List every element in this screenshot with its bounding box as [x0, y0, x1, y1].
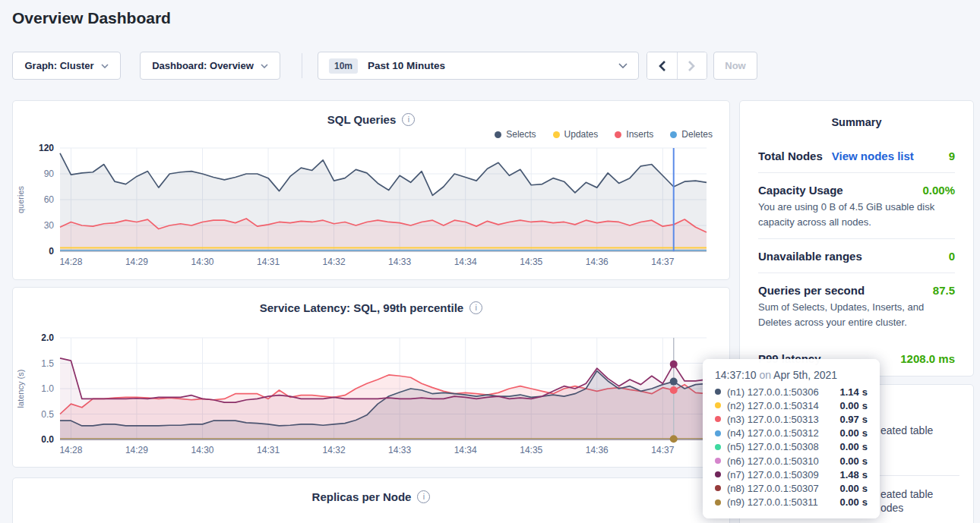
- graph-dropdown-label: Graph: Cluster: [24, 60, 93, 71]
- svg-text:120: 120: [39, 143, 54, 153]
- tooltip-row: (n9) 127.0.0.1:503110.00s: [715, 496, 868, 509]
- info-icon[interactable]: i: [469, 301, 482, 314]
- svg-text:14:30: 14:30: [191, 445, 213, 455]
- node-latency-unit: s: [862, 455, 868, 467]
- node-color-dot: [715, 416, 721, 422]
- legend-label: Deletes: [681, 129, 713, 140]
- capacity-usage-label: Capacity Usage: [758, 184, 843, 197]
- svg-text:14:30: 14:30: [191, 257, 213, 267]
- summary-card: Summary Total Nodes View nodes list 9 Ca…: [739, 100, 974, 376]
- node-latency-value: 0.00: [839, 455, 858, 467]
- summary-row-capacity: Capacity Usage 0.00%: [758, 173, 955, 200]
- svg-text:14:29: 14:29: [125, 257, 148, 267]
- info-icon[interactable]: i: [402, 113, 415, 126]
- chart-title: Replicas per Node: [312, 490, 412, 503]
- legend-dot: [615, 131, 621, 138]
- node-address: (n9) 127.0.0.1:50311: [727, 496, 818, 508]
- legend-label: Inserts: [626, 129, 653, 140]
- svg-text:1.0: 1.0: [41, 383, 54, 394]
- svg-text:30: 30: [44, 220, 55, 231]
- graph-dropdown[interactable]: Graph: Cluster: [12, 52, 121, 80]
- svg-text:0.5: 0.5: [41, 409, 54, 420]
- node-latency-unit: s: [862, 441, 868, 452]
- node-latency-unit: s: [862, 427, 868, 439]
- svg-text:0: 0: [49, 246, 54, 257]
- tooltip-row: (n1) 127.0.0.1:503061.14s: [715, 385, 868, 399]
- node-color-dot: [715, 389, 721, 395]
- node-latency-unit: s: [862, 400, 868, 411]
- unavailable-ranges-label: Unavailable ranges: [758, 250, 862, 263]
- summary-title: Summary: [758, 116, 955, 128]
- svg-text:14:35: 14:35: [520, 445, 542, 455]
- node-latency-value: 1.48: [839, 469, 858, 480]
- replicas-chart-card: Replicas per Node i: [12, 477, 730, 523]
- chevron-down-icon: [618, 63, 628, 68]
- chart-title-row: Replicas per Node i: [13, 490, 729, 503]
- controls-divider: [302, 53, 302, 78]
- node-latency-unit: s: [862, 496, 868, 508]
- page-title: Overview Dashboard: [12, 9, 171, 27]
- view-nodes-list-link[interactable]: View nodes list: [832, 150, 914, 162]
- node-latency-value: 0.00: [839, 400, 858, 411]
- svg-text:60: 60: [44, 194, 55, 205]
- svg-text:14:29: 14:29: [125, 445, 148, 455]
- node-address: (n3) 127.0.0.1:50313: [727, 414, 819, 425]
- svg-text:14:36: 14:36: [586, 257, 609, 267]
- qps-value: 87.5: [933, 284, 955, 297]
- summary-row-unavailable-ranges: Unavailable ranges 0: [758, 239, 955, 273]
- node-latency-value: 1.14: [839, 386, 858, 398]
- tooltip-row: (n4) 127.0.0.1:503120.00s: [715, 427, 868, 440]
- node-color-dot: [715, 402, 721, 408]
- service-latency-chart[interactable]: 0.00.51.01.52.014:2814:2914:3014:3114:32…: [13, 332, 729, 458]
- legend-dot: [495, 131, 501, 138]
- tooltip-timestamp: 14:37:10 on Apr 5th, 2021: [715, 369, 868, 381]
- legend-item: Updates: [553, 129, 599, 140]
- svg-text:14:32: 14:32: [323, 445, 346, 455]
- svg-text:90: 90: [44, 169, 55, 179]
- chevron-down-icon: [261, 64, 268, 68]
- tooltip-row: (n7) 127.0.0.1:503091.48s: [715, 468, 868, 481]
- sql-queries-chart-card: SQL Queries i SelectsUpdatesInsertsDelet…: [12, 100, 730, 280]
- legend-dot: [553, 131, 560, 138]
- legend-label: Selects: [506, 129, 536, 140]
- node-color-dot: [715, 430, 721, 436]
- svg-text:14:31: 14:31: [257, 445, 280, 455]
- node-address: (n5) 127.0.0.1:50308: [727, 441, 819, 452]
- svg-text:14:36: 14:36: [586, 445, 609, 455]
- time-back-button[interactable]: [647, 52, 677, 79]
- tooltip-rows: (n1) 127.0.0.1:503061.14s(n2) 127.0.0.1:…: [715, 385, 868, 509]
- node-latency-unit: s: [862, 483, 868, 494]
- info-icon[interactable]: i: [417, 490, 430, 503]
- tooltip-row: (n6) 127.0.0.1:503100.00s: [715, 454, 868, 468]
- node-address: (n1) 127.0.0.1:50306: [727, 386, 819, 398]
- now-button: Now: [713, 52, 757, 80]
- node-latency-value: 0.00: [839, 483, 858, 494]
- controls-bar: Graph: Cluster Dashboard: Overview 10m P…: [0, 52, 980, 80]
- chevron-down-icon: [101, 64, 109, 68]
- dashboard-dropdown[interactable]: Dashboard: Overview: [140, 52, 280, 80]
- tooltip-row: (n2) 127.0.0.1:503140.00s: [715, 399, 868, 412]
- time-range-dropdown[interactable]: 10m Past 10 Minutes: [318, 52, 639, 80]
- p99-latency-value: 1208.0 ms: [900, 352, 955, 365]
- node-latency-unit: s: [862, 386, 868, 398]
- svg-text:14:28: 14:28: [59, 445, 82, 455]
- sql-chart-legend: SelectsUpdatesInsertsDeletes: [495, 129, 713, 140]
- node-address: (n8) 127.0.0.1:50307: [727, 483, 819, 494]
- svg-text:14:34: 14:34: [454, 257, 477, 267]
- node-latency-unit: s: [862, 414, 868, 425]
- sql-queries-chart[interactable]: 030609012014:2814:2914:3014:3114:3214:33…: [13, 142, 729, 269]
- qps-description: Sum of Selects, Updates, Inserts, and De…: [758, 300, 955, 339]
- tooltip-row: (n3) 127.0.0.1:503130.97s: [715, 412, 868, 426]
- node-color-dot: [715, 444, 721, 450]
- tooltip-row: (n8) 127.0.0.1:503070.00s: [715, 481, 868, 495]
- chart-title-row: Service Latency: SQL, 99th percentile i: [13, 301, 729, 314]
- event-text-fragment: odes: [880, 502, 903, 514]
- legend-item: Deletes: [670, 129, 713, 140]
- svg-text:latency (s): latency (s): [16, 370, 25, 408]
- event-text-fragment: eated table: [880, 488, 933, 500]
- capacity-usage-description: You are using 0 B of 4.5 GiB usable disk…: [758, 200, 955, 238]
- dashboard-dropdown-label: Dashboard: Overview: [152, 60, 254, 71]
- legend-item: Selects: [495, 129, 536, 140]
- svg-text:0.0: 0.0: [41, 434, 54, 445]
- legend-label: Updates: [564, 129, 599, 140]
